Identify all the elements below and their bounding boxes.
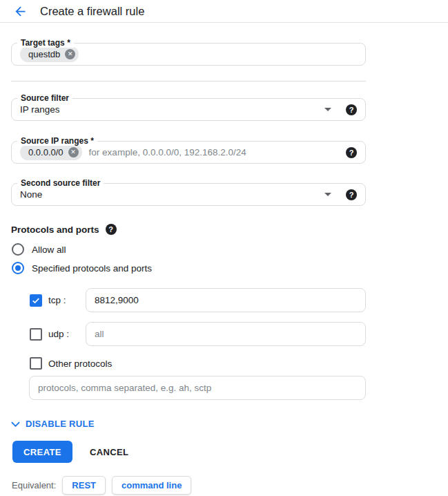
disable-rule-label: DISABLE RULE <box>26 419 95 429</box>
rest-button[interactable]: REST <box>62 476 106 495</box>
udp-row: udp : <box>30 322 366 346</box>
second-source-filter-value: None <box>20 189 42 200</box>
target-tag-chip: questdb ✕ <box>20 46 79 62</box>
page-header: Create a firewall rule <box>0 0 448 23</box>
second-source-filter-help-icon[interactable]: ? <box>346 189 357 200</box>
source-ip-chip: 0.0.0.0/0 ✕ <box>20 144 82 160</box>
chip-label: questdb <box>28 49 60 59</box>
radio-allow-all-label: Allow all <box>32 245 66 255</box>
second-source-filter-label: Second source filter <box>17 178 104 188</box>
other-protocols-label: Other protocols <box>48 359 112 369</box>
disable-rule-toggle[interactable]: DISABLE RULE <box>11 419 95 429</box>
target-tags-label: Target tags * <box>17 38 74 48</box>
page-title: Create a firewall rule <box>40 5 144 18</box>
checkmark-icon <box>31 296 41 305</box>
tcp-row: tcp : <box>30 288 366 312</box>
radio-icon <box>12 262 24 274</box>
udp-ports-input[interactable] <box>86 322 366 346</box>
source-ip-ranges-label: Source IP ranges * <box>17 136 97 146</box>
arrow-left-icon <box>13 4 28 19</box>
back-button[interactable] <box>12 3 28 19</box>
chevron-down-icon <box>11 421 20 427</box>
protocols-and-ports-heading: Protocols and ports ? <box>11 224 366 235</box>
section-divider <box>11 81 366 82</box>
protocols-help-icon[interactable]: ? <box>106 224 117 235</box>
caret-down-icon <box>324 193 331 196</box>
other-protocols-input[interactable] <box>29 376 366 400</box>
tcp-ports-input[interactable] <box>86 288 366 312</box>
caret-down-icon <box>324 108 331 111</box>
other-protocols-checkbox[interactable] <box>30 357 42 370</box>
protocols-heading-text: Protocols and ports <box>11 225 99 235</box>
chip-label: 0.0.0.0/0 <box>28 147 64 158</box>
radio-icon <box>12 243 24 256</box>
source-ip-placeholder: for example, 0.0.0.0/0, 192.168.2.0/24 <box>89 147 246 158</box>
source-filter-select[interactable]: Source filter IP ranges ? <box>11 98 366 121</box>
other-protocols-row: Other protocols <box>30 357 366 370</box>
target-tags-field[interactable]: Target tags * questdb ✕ <box>11 43 366 66</box>
create-button[interactable]: CREATE <box>12 441 72 463</box>
source-ip-help-icon[interactable]: ? <box>346 147 357 158</box>
udp-label: udp : <box>48 329 86 339</box>
tcp-label: tcp : <box>48 295 86 305</box>
tcp-checkbox[interactable] <box>30 294 42 307</box>
equivalent-label: Equivalent: <box>12 480 56 490</box>
second-source-filter-select[interactable]: Second source filter None ? <box>11 183 366 206</box>
radio-specified-protocols-label: Specified protocols and ports <box>32 263 152 274</box>
source-filter-label: Source filter <box>17 93 72 103</box>
radio-allow-all[interactable]: Allow all <box>12 243 366 256</box>
source-filter-help-icon[interactable]: ? <box>346 104 357 115</box>
udp-checkbox[interactable] <box>30 328 42 341</box>
source-ip-ranges-field[interactable]: Source IP ranges * 0.0.0.0/0 ✕ for examp… <box>11 141 366 164</box>
cancel-button[interactable]: CANCEL <box>90 447 129 457</box>
command-line-button[interactable]: command line <box>112 476 191 495</box>
source-filter-value: IP ranges <box>20 104 60 115</box>
chip-remove-icon[interactable]: ✕ <box>68 147 79 158</box>
radio-specified-protocols[interactable]: Specified protocols and ports <box>12 262 366 274</box>
chip-remove-icon[interactable]: ✕ <box>65 49 75 59</box>
